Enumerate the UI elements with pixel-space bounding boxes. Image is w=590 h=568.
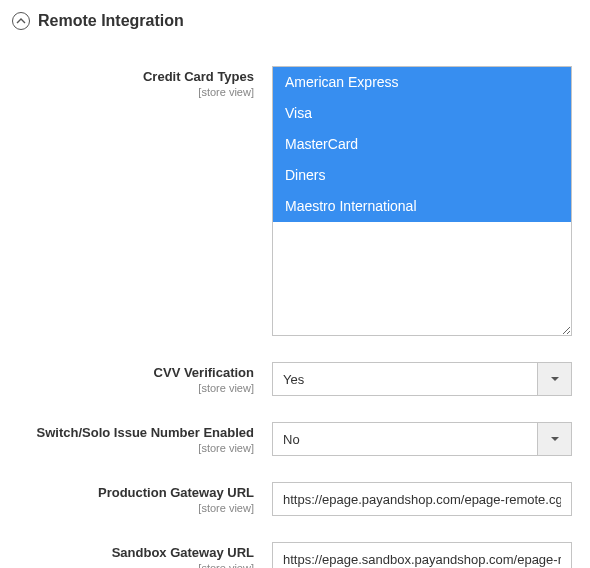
- row-credit-card-types: Credit Card Types [store view] American …: [12, 66, 572, 336]
- field-col: American ExpressVisaMasterCardDinersMaes…: [272, 66, 572, 336]
- field-col: [272, 482, 572, 516]
- multiselect-option[interactable]: American Express: [273, 67, 571, 98]
- field-label: Credit Card Types: [12, 70, 254, 85]
- field-scope: [store view]: [12, 382, 254, 394]
- field-label: Production Gateway URL: [12, 486, 254, 501]
- multiselect-option[interactable]: MasterCard: [273, 129, 571, 160]
- select-value: Yes: [273, 363, 537, 395]
- dropdown-button[interactable]: [537, 363, 571, 395]
- field-label: CVV Verification: [12, 366, 254, 381]
- switch-solo-select[interactable]: No: [272, 422, 572, 456]
- field-scope: [store view]: [12, 86, 254, 98]
- field-label: Switch/Solo Issue Number Enabled: [12, 426, 254, 441]
- row-production-url: Production Gateway URL [store view]: [12, 482, 572, 516]
- row-sandbox-url: Sandbox Gateway URL [store view]: [12, 542, 572, 568]
- label-col: CVV Verification [store view]: [12, 362, 272, 394]
- section-title: Remote Integration: [38, 12, 184, 30]
- field-col: No: [272, 422, 572, 456]
- caret-down-icon: [550, 436, 560, 442]
- field-label: Sandbox Gateway URL: [12, 546, 254, 561]
- select-value: No: [273, 423, 537, 455]
- dropdown-button[interactable]: [537, 423, 571, 455]
- form-area: Credit Card Types [store view] American …: [12, 36, 572, 568]
- field-scope: [store view]: [12, 562, 254, 568]
- label-col: Sandbox Gateway URL [store view]: [12, 542, 272, 568]
- field-col: Yes: [272, 362, 572, 396]
- caret-down-icon: [550, 376, 560, 382]
- row-cvv-verification: CVV Verification [store view] Yes: [12, 362, 572, 396]
- credit-card-types-multiselect[interactable]: American ExpressVisaMasterCardDinersMaes…: [272, 66, 572, 336]
- multiselect-option[interactable]: Visa: [273, 98, 571, 129]
- multiselect-option[interactable]: Maestro International: [273, 191, 571, 222]
- label-col: Credit Card Types [store view]: [12, 66, 272, 98]
- chevron-up-icon: [12, 12, 30, 30]
- label-col: Production Gateway URL [store view]: [12, 482, 272, 514]
- field-col: [272, 542, 572, 568]
- sandbox-gateway-url-input[interactable]: [272, 542, 572, 568]
- label-col: Switch/Solo Issue Number Enabled [store …: [12, 422, 272, 454]
- section-toggle[interactable]: Remote Integration: [12, 12, 572, 30]
- cvv-verification-select[interactable]: Yes: [272, 362, 572, 396]
- field-scope: [store view]: [12, 502, 254, 514]
- production-gateway-url-input[interactable]: [272, 482, 572, 516]
- row-switch-solo: Switch/Solo Issue Number Enabled [store …: [12, 422, 572, 456]
- multiselect-option[interactable]: Diners: [273, 160, 571, 191]
- field-scope: [store view]: [12, 442, 254, 454]
